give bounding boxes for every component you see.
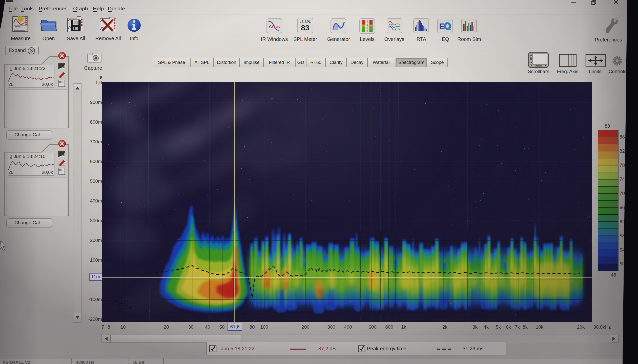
svg-text:0: 0 xyxy=(366,20,368,23)
svg-text:6: 6 xyxy=(366,27,368,30)
svg-text:9: 9 xyxy=(366,30,368,33)
svg-text:dB SPL: dB SPL xyxy=(300,20,311,24)
svg-text:83: 83 xyxy=(301,24,309,32)
svg-text:3: 3 xyxy=(366,24,368,26)
